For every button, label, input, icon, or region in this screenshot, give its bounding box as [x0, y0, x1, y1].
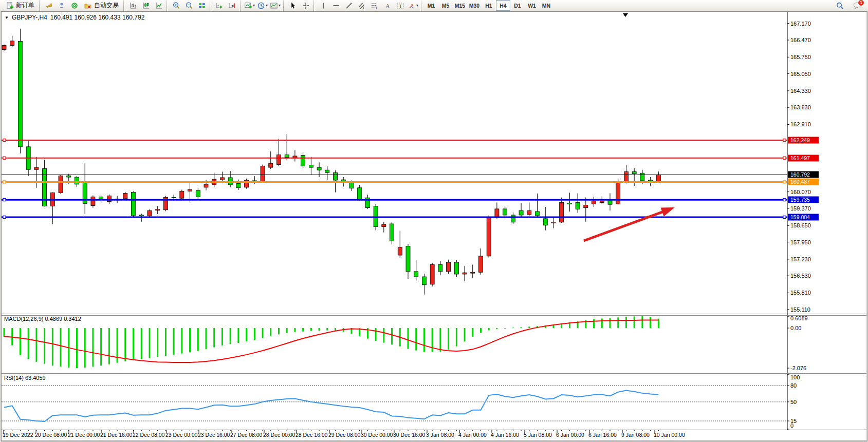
candle [325, 166, 329, 180]
clock-icon [257, 2, 265, 10]
hline-object-161.497[interactable] [2, 157, 787, 159]
chart-canvas [0, 0, 868, 442]
hline-handle[interactable] [3, 199, 6, 201]
hline-handle[interactable] [783, 199, 786, 201]
hline-object-160.487[interactable] [2, 181, 787, 183]
toolbar-button-metaquotes[interactable] [42, 0, 55, 11]
toolbar-group: EFAT▾ [313, 0, 421, 11]
channel-icon: E [358, 2, 366, 10]
candle [527, 202, 531, 216]
timeframe-button-MN[interactable]: MN [539, 0, 553, 11]
timeframe-button-H1[interactable]: H1 [482, 0, 496, 11]
radar-icon [70, 2, 79, 10]
timeframe-button-H4[interactable]: H4 [496, 0, 510, 11]
auto-scroll-icon [215, 2, 224, 10]
toolbar-button-community[interactable] [55, 0, 68, 11]
candle [156, 206, 160, 214]
candle [487, 215, 491, 257]
candle [543, 207, 547, 230]
line-chart-icon [155, 2, 163, 10]
candle [414, 260, 418, 281]
candle [147, 209, 152, 218]
timeframe-group: M1M5M15M30H1H4D1W1MN [421, 0, 555, 11]
candle [454, 260, 458, 277]
hline-object-162.249[interactable] [2, 139, 787, 142]
chart-shift-icon [228, 2, 236, 10]
toolbar-button-tile-windows[interactable] [195, 0, 208, 11]
hline-handle[interactable] [783, 157, 786, 159]
candle [551, 218, 556, 228]
rsi-pane [2, 386, 787, 421]
toolbar-button-auto-scroll[interactable] [213, 0, 226, 11]
toolbar-button-crosshair-tool[interactable] [299, 0, 312, 11]
toolbar-button-cursor-tool[interactable] [286, 0, 299, 11]
candle [83, 163, 87, 214]
toolbar-button-periods[interactable]: ▾ [256, 0, 269, 11]
annotation-arrow[interactable] [584, 207, 675, 241]
toolbar-button-label: 新订单 [16, 1, 34, 10]
toolbar-button-zoom-out[interactable] [182, 0, 195, 11]
vline-icon [319, 2, 327, 10]
axis-ticks [4, 24, 789, 433]
timeframe-button-W1[interactable]: W1 [525, 0, 539, 11]
toolbar-button-text-label-tool[interactable]: T [394, 0, 407, 11]
toolbar-button-equidistant-channel-tool[interactable]: E [355, 0, 368, 11]
toolbar-button-fibonacci-tool[interactable]: F [368, 0, 381, 11]
timeframe-button-M30[interactable]: M30 [467, 0, 482, 11]
toolbar-button-candle-chart-mode[interactable] [139, 0, 152, 11]
timeframe-button-M1[interactable]: M1 [424, 0, 438, 11]
toolbar-button-arrows-tool[interactable]: ▾ [407, 0, 419, 11]
candle [91, 196, 95, 208]
candle [301, 152, 305, 168]
pane-splitter-main-macd[interactable] [1, 314, 866, 316]
chart-shift-marker-icon[interactable] [623, 13, 628, 17]
candle [390, 222, 394, 244]
hline-handle[interactable] [3, 157, 6, 159]
toolbar-button-chat[interactable]: 1 [850, 0, 863, 11]
candle [560, 198, 564, 223]
toolbar-button-bar-chart-mode[interactable] [126, 0, 139, 11]
candle [592, 197, 596, 207]
toolbar-button-zoom-in[interactable] [170, 0, 182, 11]
hline-handle[interactable] [783, 139, 786, 142]
candle [624, 165, 628, 184]
textT-icon: T [396, 2, 404, 10]
candle [18, 29, 22, 153]
hline-handle[interactable] [783, 216, 786, 218]
hline-icon [332, 2, 340, 10]
dropdown-caret-icon: ▾ [416, 3, 418, 8]
toolbar-group: ▾▾▾ [240, 0, 283, 11]
hline-handle[interactable] [3, 139, 6, 142]
toolbar-button-horizontal-line-tool[interactable] [329, 0, 342, 11]
hline-object-159.004[interactable] [2, 216, 787, 218]
pane-splitter-macd-rsi[interactable] [1, 374, 866, 375]
tline-icon [345, 2, 353, 10]
toolbar-button-text-tool[interactable]: A [381, 0, 394, 11]
candle [358, 185, 362, 201]
symbol-dropdown-icon[interactable]: ▼ [5, 15, 9, 20]
candle [430, 263, 434, 286]
hline-handle[interactable] [3, 216, 6, 218]
hline-handle[interactable] [783, 181, 786, 183]
toolbar-button-chart-shift[interactable] [226, 0, 238, 11]
toolbar-button-new-order[interactable]: 新订单 [3, 0, 38, 11]
toolbar-button-vertical-line-tool[interactable] [317, 0, 329, 11]
timeframe-button-M5[interactable]: M5 [438, 0, 453, 11]
toolbar-button-line-chart-mode[interactable] [152, 0, 165, 11]
candle [438, 261, 442, 276]
toolbar: 新订单自动交易▾▾▾EFAT▾M1M5M15M30H1H4D1W1MN1 [0, 0, 868, 11]
rsi-indicator-label: RSI(14) 63.4059 [4, 375, 46, 381]
toolbar-button-new-chart[interactable]: ▾ [243, 0, 256, 11]
toolbar-button-signals[interactable] [68, 0, 81, 11]
toolbar-button-search[interactable] [833, 0, 846, 11]
candle [163, 196, 168, 212]
timeframe-button-D1[interactable]: D1 [510, 0, 525, 11]
zoom-out-icon [185, 2, 193, 10]
hline-handle[interactable] [3, 181, 6, 183]
toolbar-button-autotrading[interactable]: 自动交易 [81, 0, 122, 11]
toolbar-button-templates[interactable]: ▾ [269, 0, 282, 11]
candle [59, 175, 63, 194]
toolbar-button-trendline-tool[interactable] [342, 0, 355, 11]
macd-signal-line [4, 320, 658, 362]
timeframe-button-M15[interactable]: M15 [453, 0, 467, 11]
